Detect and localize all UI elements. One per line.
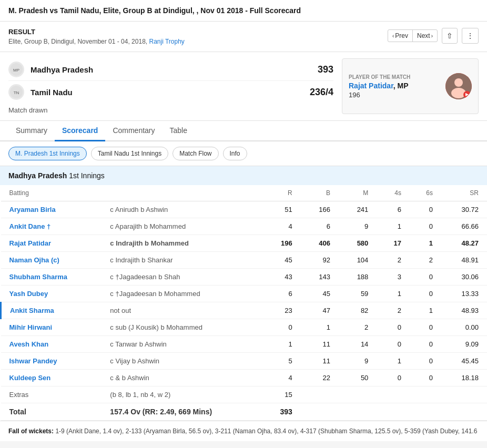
innings-title: Madhya Pradesh 1st Innings — [0, 166, 487, 185]
result-label: RESULT — [8, 28, 185, 36]
team-logo-tn: TN — [8, 84, 24, 100]
runs: 1 — [261, 336, 301, 353]
runs: 43 — [261, 269, 301, 286]
dismissal: c sub (J Kousik) b Mohammed — [102, 319, 261, 336]
pom-score: 196 — [349, 91, 439, 99]
minutes: 2 — [339, 319, 377, 336]
innings-tab-info[interactable]: Info — [223, 147, 247, 160]
innings-tabs: M. Pradesh 1st Innings Tamil Nadu 1st In… — [0, 141, 487, 166]
runs: 23 — [261, 302, 301, 319]
balls: 22 — [301, 370, 339, 386]
tab-commentary[interactable]: Commentary — [105, 121, 162, 141]
fours: 17 — [377, 235, 410, 252]
result-sub: Elite, Group B, Dindigul, November 01 - … — [8, 38, 185, 45]
balls: 6 — [301, 218, 339, 235]
sixes: 0 — [410, 353, 441, 370]
strike-rate: 30.72 — [441, 201, 487, 218]
minutes: 82 — [339, 302, 377, 319]
result-left: RESULT Elite, Group B, Dindigul, Novembe… — [8, 28, 185, 45]
sixes: 1 — [410, 302, 441, 319]
extras-detail: (b 8, lb 1, nb 4, w 2) — [102, 386, 261, 403]
sixes: 0 — [410, 269, 441, 286]
more-button[interactable]: ⋮ — [462, 28, 479, 44]
strike-rate: 48.91 — [441, 252, 487, 269]
minutes: 9 — [339, 218, 377, 235]
balls: 143 — [301, 269, 339, 286]
dismissal: c Tanwar b Ashwin — [102, 336, 261, 353]
sixes: 1 — [410, 235, 441, 252]
table-row: Mihir Hirwani c sub (J Kousik) b Mohamme… — [1, 319, 488, 336]
batsman-name[interactable]: Shubham Sharma — [1, 269, 102, 286]
batsman-name[interactable]: Mihir Hirwani — [1, 319, 102, 336]
page-wrapper: M. Pradesh vs Tamil Nadu, Elite, Group B… — [0, 0, 487, 441]
chevron-right-icon: › — [431, 33, 433, 39]
team-row-tn: TN Tamil Nadu 236/4 — [8, 81, 333, 103]
runs: 0 — [261, 319, 301, 336]
pom-label: PLAYER OF THE MATCH — [349, 74, 439, 80]
strike-rate: 66.66 — [441, 218, 487, 235]
balls: 166 — [301, 201, 339, 218]
sixes: 0 — [410, 286, 441, 302]
sixes: 0 — [410, 370, 441, 386]
fall-of-wickets: Fall of wickets: 1-9 (Ankit Dane, 1.4 ov… — [0, 421, 487, 441]
tab-table[interactable]: Table — [163, 121, 195, 141]
dismissal: c & b Ashwin — [102, 370, 261, 386]
minutes: 9 — [339, 353, 377, 370]
batsman-name[interactable]: Naman Ojha (c) — [1, 252, 102, 269]
teams-section: MP Madhya Pradesh 393 TN Tamil Nadu 236/… — [0, 52, 487, 121]
extras-val: 15 — [261, 386, 301, 403]
batsman-name[interactable]: Rajat Patidar — [1, 235, 102, 252]
runs: 4 — [261, 218, 301, 235]
team-score-mp: 393 — [318, 64, 333, 75]
result-section: RESULT Elite, Group B, Dindigul, Novembe… — [0, 22, 487, 52]
extras-row: Extras (b 8, lb 1, nb 4, w 2) 15 — [1, 386, 488, 403]
next-button[interactable]: Next › — [413, 30, 437, 42]
sixes: 2 — [410, 252, 441, 269]
team-row-mp: MP Madhya Pradesh 393 — [8, 58, 333, 81]
batting-header-row: Batting R B M 4s 6s SR — [1, 185, 488, 201]
batsman-name[interactable]: Yash Dubey — [1, 286, 102, 302]
innings-tab-tn1[interactable]: Tamil Nadu 1st Innings — [91, 147, 168, 160]
fours: 6 — [377, 201, 410, 218]
batsman-name[interactable]: Kuldeep Sen — [1, 370, 102, 386]
table-row: Yash Dubey c †Jagadeesan b Mohammed 6 45… — [1, 286, 488, 302]
tab-scorecard[interactable]: Scorecard — [55, 121, 105, 141]
team-name-tn: Tamil Nadu — [31, 88, 310, 97]
minutes: 50 — [339, 370, 377, 386]
nav-group: ‹ Prev Next › — [388, 29, 438, 42]
strike-rate: 48.93 — [441, 302, 487, 319]
table-row: Shubham Sharma c †Jagadeesan b Shah 43 1… — [1, 269, 488, 286]
table-row: Ankit Sharma not out 23 47 82 2 1 48.93 — [1, 302, 488, 319]
batting-tbody: Aryaman Birla c Anirudh b Ashwin 51 166 … — [1, 201, 488, 386]
fours: 2 — [377, 252, 410, 269]
innings-section: Madhya Pradesh 1st Innings Batting R B M… — [0, 166, 487, 441]
prev-button[interactable]: ‹ Prev — [388, 30, 413, 42]
runs: 45 — [261, 252, 301, 269]
batsman-name[interactable]: Ankit Dane † — [1, 218, 102, 235]
dismissal: c Vijay b Ashwin — [102, 353, 261, 370]
share-button[interactable]: ⇧ — [442, 28, 458, 44]
innings-tab-matchflow[interactable]: Match Flow — [173, 147, 218, 160]
col-dismissal — [102, 185, 261, 201]
fours: 0 — [377, 370, 410, 386]
tab-summary[interactable]: Summary — [8, 121, 55, 141]
player-of-match-card: PLAYER OF THE MATCH Rajat Patidar, MP 19… — [342, 58, 479, 114]
runs: 4 — [261, 370, 301, 386]
runs: 5 — [261, 353, 301, 370]
strike-rate: 18.18 — [441, 370, 487, 386]
svg-point-5 — [454, 78, 463, 87]
minutes: 580 — [339, 235, 377, 252]
batsman-name[interactable]: Ankit Sharma — [1, 302, 102, 319]
table-row: Avesh Khan c Tanwar b Ashwin 1 11 14 0 0… — [1, 336, 488, 353]
table-row: Aryaman Birla c Anirudh b Ashwin 51 166 … — [1, 201, 488, 218]
col-4s: 4s — [377, 185, 410, 201]
batsman-name[interactable]: Ishwar Pandey — [1, 353, 102, 370]
batsman-name[interactable]: Avesh Khan — [1, 336, 102, 353]
innings-tab-mp1[interactable]: M. Pradesh 1st Innings — [8, 147, 87, 160]
batsman-name[interactable]: Aryaman Birla — [1, 201, 102, 218]
minutes: 14 — [339, 336, 377, 353]
balls: 11 — [301, 353, 339, 370]
strike-rate: 30.06 — [441, 269, 487, 286]
fours: 3 — [377, 269, 410, 286]
ranji-trophy-link[interactable]: Ranji Trophy — [149, 38, 184, 45]
